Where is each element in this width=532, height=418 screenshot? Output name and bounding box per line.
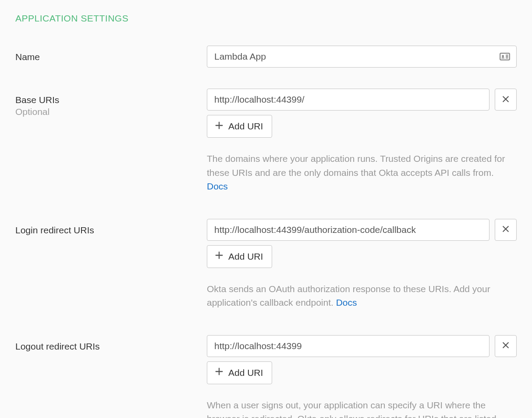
logout-uri-input[interactable] <box>207 335 489 357</box>
add-login-uri-label: Add URI <box>228 251 263 262</box>
base-uri-input[interactable] <box>207 89 489 111</box>
name-label-col: Name <box>15 46 207 63</box>
row-logout-uris: Logout redirect URIs Add URI When a user… <box>15 335 517 418</box>
row-base-uris: Base URIs Optional Add URI The domains w… <box>15 89 517 193</box>
close-icon <box>501 225 510 235</box>
name-field-col <box>207 46 517 68</box>
login-uris-docs-link[interactable]: Docs <box>336 297 357 307</box>
add-base-uri-label: Add URI <box>228 121 263 132</box>
plus-icon <box>214 250 224 262</box>
login-uris-label-col: Login redirect URIs <box>15 219 207 236</box>
id-card-icon <box>499 51 511 62</box>
logout-uri-row <box>207 335 517 357</box>
close-icon <box>501 341 510 351</box>
add-logout-uri-button[interactable]: Add URI <box>207 361 272 384</box>
base-uris-label-col: Base URIs Optional <box>15 89 207 117</box>
login-uris-field-col: Add URI Okta sends an OAuth authorizatio… <box>207 219 517 310</box>
section-title: APPLICATION SETTINGS <box>15 13 517 24</box>
logout-uris-help-text: When a user signs out, your application … <box>207 400 497 418</box>
close-icon <box>501 95 510 105</box>
login-uris-help: Okta sends an OAuth authorization respon… <box>207 282 517 310</box>
logout-uris-label: Logout redirect URIs <box>15 340 207 352</box>
name-input[interactable] <box>207 46 517 68</box>
base-uris-help-text: The domains where your application runs.… <box>207 154 505 178</box>
row-name: Name <box>15 46 517 68</box>
add-logout-uri-label: Add URI <box>228 368 263 378</box>
login-uri-input[interactable] <box>207 219 489 241</box>
login-uris-label: Login redirect URIs <box>15 224 207 236</box>
name-input-wrapper <box>207 46 517 68</box>
base-uris-help: The domains where your application runs.… <box>207 152 517 193</box>
logout-uris-help: When a user signs out, your application … <box>207 398 517 418</box>
base-uri-row <box>207 89 517 111</box>
add-login-uri-button[interactable]: Add URI <box>207 245 272 268</box>
remove-base-uri-button[interactable] <box>495 89 517 111</box>
logout-uris-field-col: Add URI When a user signs out, your appl… <box>207 335 517 418</box>
name-label: Name <box>15 51 207 63</box>
remove-login-uri-button[interactable] <box>495 219 517 241</box>
svg-rect-0 <box>500 53 510 60</box>
base-uris-docs-link[interactable]: Docs <box>207 181 228 191</box>
add-base-uri-button[interactable]: Add URI <box>207 115 272 138</box>
logout-uris-label-col: Logout redirect URIs <box>15 335 207 352</box>
base-uris-label: Base URIs <box>15 94 207 106</box>
plus-icon <box>214 367 224 379</box>
svg-point-1 <box>502 55 504 57</box>
base-uris-field-col: Add URI The domains where your applicati… <box>207 89 517 193</box>
remove-logout-uri-button[interactable] <box>495 335 517 357</box>
base-uris-sublabel: Optional <box>15 107 207 117</box>
plus-icon <box>214 121 224 132</box>
row-login-uris: Login redirect URIs Add URI Okta sends a… <box>15 219 517 310</box>
login-uri-row <box>207 219 517 241</box>
